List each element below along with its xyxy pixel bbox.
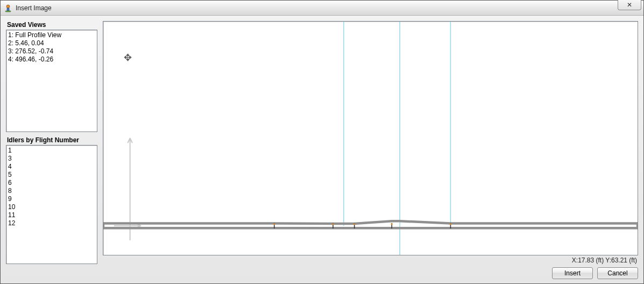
- svg-point-13: [332, 223, 334, 225]
- idlers-label: Idlers by Flight Number: [7, 136, 97, 144]
- cancel-button[interactable]: Cancel: [597, 267, 638, 279]
- window-title: Insert Image: [16, 4, 52, 12]
- client-area: Saved Views 1: Full Profile View2: 5.46,…: [1, 16, 643, 283]
- button-row: Insert Cancel: [6, 264, 638, 279]
- move-cursor-icon: ✥: [124, 52, 132, 64]
- idler-item[interactable]: 4: [8, 163, 95, 171]
- canvas-column: ✥ X:17.83 (ft) Y:63.21 (ft): [103, 21, 638, 264]
- idler-item[interactable]: 3: [8, 155, 95, 163]
- content-row: Saved Views 1: Full Profile View2: 5.46,…: [6, 21, 638, 264]
- app-icon: [4, 4, 12, 12]
- idler-item[interactable]: 5: [8, 171, 95, 179]
- idler-item[interactable]: 8: [8, 187, 95, 195]
- idler-item[interactable]: 6: [8, 179, 95, 187]
- idler-item[interactable]: 1: [8, 147, 95, 155]
- idler-item[interactable]: 11: [8, 211, 95, 219]
- window-controls: ✕: [618, 0, 641, 10]
- saved-view-item[interactable]: 2: 5.46, 0.04: [8, 39, 95, 47]
- left-column: Saved Views 1: Full Profile View2: 5.46,…: [6, 21, 97, 264]
- saved-view-item[interactable]: 3: 276.52, -0.74: [8, 47, 95, 56]
- profile-canvas[interactable]: ✥: [103, 21, 638, 255]
- idler-item[interactable]: 10: [8, 203, 95, 211]
- idlers-list[interactable]: 1345689101112: [6, 145, 97, 264]
- svg-rect-2: [5, 11, 11, 12]
- saved-view-item[interactable]: 1: Full Profile View: [8, 31, 95, 39]
- dialog-window: Insert Image ✕ Saved Views 1: Full Profi…: [0, 0, 644, 284]
- svg-point-17: [391, 223, 393, 225]
- spacer: [6, 132, 97, 136]
- saved-views-list[interactable]: 1: Full Profile View2: 5.46, 0.043: 276.…: [6, 30, 97, 132]
- idler-item[interactable]: 12: [8, 219, 95, 227]
- saved-view-item[interactable]: 4: 496.46, -0.26: [8, 56, 95, 64]
- svg-point-15: [353, 223, 355, 225]
- titlebar: Insert Image ✕: [1, 1, 643, 16]
- insert-button[interactable]: Insert: [552, 267, 593, 279]
- close-icon: ✕: [627, 1, 632, 9]
- saved-views-label: Saved Views: [7, 21, 97, 29]
- coordinate-readout: X:17.83 (ft) Y:63.21 (ft): [103, 255, 638, 264]
- svg-rect-1: [7, 8, 9, 11]
- idler-item[interactable]: 9: [8, 195, 95, 203]
- close-button[interactable]: ✕: [618, 0, 641, 10]
- svg-point-11: [273, 223, 275, 225]
- svg-point-0: [6, 5, 10, 8]
- svg-point-19: [450, 223, 451, 225]
- profile-svg: [103, 22, 638, 255]
